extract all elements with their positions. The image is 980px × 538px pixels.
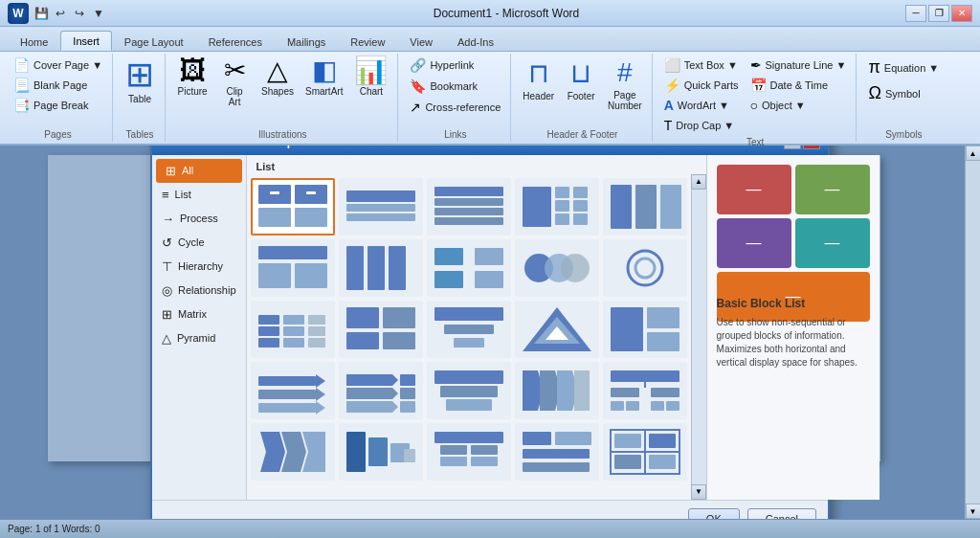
svg-rect-12 (434, 217, 503, 225)
smartart-item-18[interactable] (427, 362, 511, 419)
clip-art-icon: ✂ (224, 57, 246, 84)
symbol-button[interactable]: Ω Symbol (864, 81, 943, 105)
smartart-item-3[interactable] (427, 178, 511, 235)
word-art-icon: A (664, 98, 674, 113)
smartart-item-6[interactable] (251, 239, 335, 297)
page-break-button[interactable]: 📑 Page Break (10, 96, 106, 115)
redo-button[interactable]: ↪ (71, 5, 88, 22)
sidebar-item-all[interactable]: ⊞ All (156, 159, 242, 183)
page-number-icon: # (617, 57, 633, 88)
dialog-help-button[interactable]: ? (784, 146, 801, 149)
cancel-button[interactable]: Cancel (747, 508, 816, 520)
save-button[interactable]: 💾 (33, 5, 50, 22)
svg-rect-48 (383, 307, 415, 328)
smartart-item-19[interactable] (515, 362, 599, 419)
tab-insert[interactable]: Insert (60, 31, 112, 51)
grid-scrollbar[interactable]: ▲ ▼ (691, 174, 706, 500)
smartart-item-2[interactable] (339, 178, 423, 235)
header-button[interactable]: ⊓ Header (519, 56, 558, 103)
page-break-icon: 📑 (13, 98, 30, 113)
smartart-item-7[interactable] (339, 239, 423, 297)
smartart-item-5[interactable] (603, 178, 687, 235)
tab-add-ins[interactable]: Add-Ins (445, 32, 506, 51)
chart-button[interactable]: 📊 Chart (350, 56, 391, 99)
dialog-close-button[interactable]: ✕ (803, 146, 820, 149)
tab-references[interactable]: References (196, 32, 275, 51)
cover-page-button[interactable]: 📄 Cover Page ▼ (10, 56, 106, 75)
svg-rect-8 (346, 213, 415, 221)
close-button[interactable]: ✕ (951, 5, 972, 22)
smartart-item-8[interactable] (427, 239, 511, 297)
grid-scroll-up[interactable]: ▲ (691, 174, 706, 190)
header-footer-buttons: ⊓ Header ⊔ Footer # PageNumber (519, 56, 645, 127)
smartart-item-17[interactable] (339, 362, 423, 419)
smartart-item-21[interactable] (251, 423, 335, 481)
tab-review[interactable]: Review (338, 32, 397, 51)
table-button[interactable]: ⊞ Table (121, 56, 159, 106)
minimize-button[interactable]: ─ (905, 5, 926, 22)
links-buttons: 🔗 Hyperlink 🔖 Bookmark ↗ Cross-reference (406, 56, 504, 127)
tab-view[interactable]: View (397, 32, 445, 51)
app-icon[interactable]: W (8, 3, 29, 24)
window-controls: ─ ❐ ✕ (905, 5, 972, 22)
equation-button[interactable]: π Equation ▼ (864, 56, 943, 79)
hyperlink-button[interactable]: 🔗 Hyperlink (406, 56, 504, 75)
smartart-item-basic-block-list[interactable] (251, 178, 335, 235)
sidebar-item-matrix[interactable]: ⊞ Matrix (152, 303, 246, 326)
tab-page-layout[interactable]: Page Layout (112, 32, 196, 51)
pages-buttons: 📄 Cover Page ▼ 📃 Blank Page 📑 Page Break (10, 56, 106, 127)
cross-reference-button[interactable]: ↗ Cross-reference (406, 98, 504, 117)
signature-line-button[interactable]: ✒ Signature Line ▼ (746, 56, 851, 75)
drop-cap-button[interactable]: T Drop Cap ▼ (660, 116, 743, 135)
text-box-button[interactable]: ⬜ Text Box ▼ (660, 56, 743, 75)
svg-rect-68 (400, 401, 415, 413)
sidebar-item-relationship[interactable]: ◎ Relationship (152, 279, 246, 303)
clip-art-button[interactable]: ✂ ClipArt (215, 56, 254, 109)
smartart-item-9[interactable] (515, 239, 599, 297)
restore-button[interactable]: ❐ (928, 5, 949, 22)
object-button[interactable]: ○ Object ▼ (746, 96, 851, 115)
smartart-item-4[interactable] (515, 178, 599, 235)
smartart-item-23[interactable] (427, 423, 511, 481)
smartart-item-14[interactable] (515, 301, 599, 358)
svg-rect-75 (651, 388, 679, 397)
smartart-item-12[interactable] (339, 301, 423, 358)
blank-page-button[interactable]: 📃 Blank Page (10, 76, 106, 95)
svg-rect-19 (573, 213, 588, 225)
page-number-button[interactable]: # PageNumber (604, 56, 646, 113)
picture-button[interactable]: 🖼 Picture (173, 56, 212, 99)
smartart-item-24[interactable] (515, 423, 599, 481)
tab-home[interactable]: Home (8, 32, 60, 51)
svg-rect-25 (295, 263, 327, 288)
grid-scroll-down[interactable]: ▼ (691, 484, 706, 500)
quick-parts-button[interactable]: ⚡ Quick Parts (660, 76, 743, 95)
undo-button[interactable]: ↩ (52, 5, 69, 22)
svg-rect-59 (647, 332, 679, 351)
date-time-button[interactable]: 📅 Date & Time (746, 76, 851, 95)
smartart-button[interactable]: ◧ SmartArt (301, 56, 346, 99)
smartart-item-16[interactable] (251, 362, 335, 419)
grid-header: List (247, 155, 706, 174)
smartart-item-11[interactable] (251, 301, 335, 358)
svg-rect-22 (660, 185, 681, 229)
smartart-item-13[interactable] (427, 301, 511, 358)
sidebar-item-list[interactable]: ≡ List (152, 183, 246, 207)
sidebar-item-pyramid[interactable]: △ Pyramid (152, 326, 246, 350)
smartart-item-15[interactable] (603, 301, 687, 358)
smartart-item-10[interactable] (603, 239, 687, 297)
sidebar-item-cycle[interactable]: ↺ Cycle (152, 231, 246, 255)
quick-access-dropdown[interactable]: ▼ (90, 5, 107, 22)
sidebar-item-hierarchy[interactable]: ⊤ Hierarchy (152, 255, 246, 279)
smartart-item-20[interactable] (603, 362, 687, 419)
sidebar-item-process[interactable]: → Process (152, 207, 246, 231)
footer-button[interactable]: ⊔ Footer (562, 56, 600, 103)
shapes-button[interactable]: △ Shapes (257, 56, 298, 99)
bookmark-button[interactable]: 🔖 Bookmark (406, 77, 504, 96)
svg-rect-69 (434, 370, 503, 384)
tab-mailings[interactable]: Mailings (275, 32, 338, 51)
word-art-button[interactable]: A WordArt ▼ (660, 96, 743, 115)
ok-button[interactable]: OK (688, 508, 740, 520)
status-bar: Page: 1 of 1 Words: 0 (0, 519, 980, 538)
smartart-item-22[interactable] (339, 423, 423, 481)
smartart-item-25[interactable] (603, 423, 687, 481)
